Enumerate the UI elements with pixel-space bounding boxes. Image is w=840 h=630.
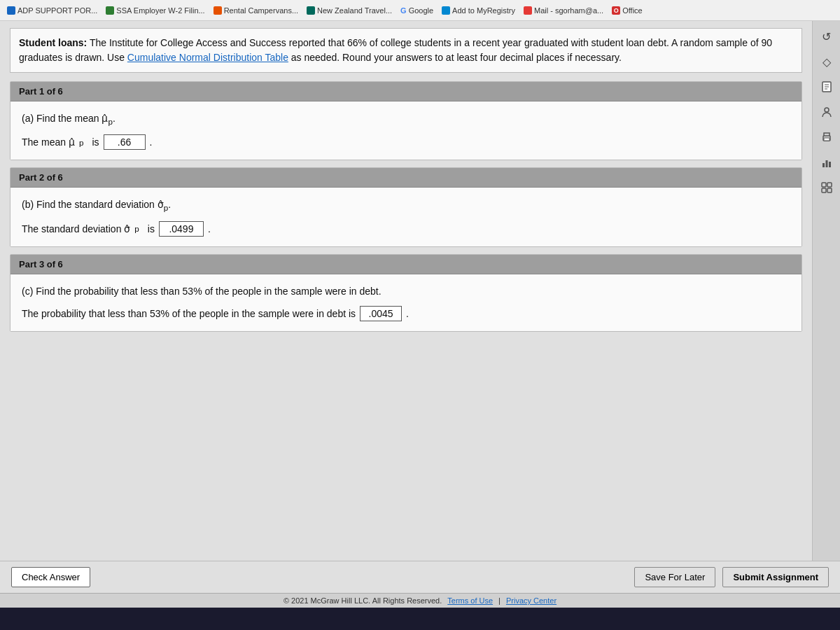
google-label: Google bbox=[409, 6, 433, 15]
svg-rect-7 bbox=[822, 163, 825, 167]
bookmark-google[interactable]: G Google bbox=[398, 5, 436, 16]
copyright-text: © 2021 McGraw Hill LLC. All Rights Reser… bbox=[284, 596, 442, 605]
nztravel-label: New Zealand Travel... bbox=[317, 6, 392, 15]
save-for-later-button[interactable]: Save For Later bbox=[634, 567, 715, 587]
svg-rect-11 bbox=[827, 183, 832, 187]
google-favicon: G bbox=[400, 6, 407, 15]
grid-icon[interactable] bbox=[817, 178, 836, 197]
part-2-question: (b) Find the standard deviation σ̂p. bbox=[22, 197, 790, 214]
bookmark-addregistry[interactable]: Add to MyRegistry bbox=[439, 5, 518, 16]
mail-label: Mail - sgorham@a... bbox=[534, 6, 603, 15]
part-2-card: Part 2 of 6 (b) Find the standard deviat… bbox=[10, 167, 802, 246]
terms-link[interactable]: Terms of Use bbox=[447, 596, 493, 605]
part-1-body: (a) Find the mean μ̂p. The mean μ̂p is . bbox=[10, 102, 802, 160]
page-inner: Student loans: The Institute for College… bbox=[0, 21, 840, 561]
privacy-link[interactable]: Privacy Center bbox=[506, 596, 556, 605]
part-1-question: (a) Find the mean μ̂p. bbox=[22, 111, 790, 127]
svg-rect-6 bbox=[824, 138, 830, 141]
svg-rect-9 bbox=[829, 162, 831, 167]
part-2-question-sub: p bbox=[164, 203, 168, 212]
part-2-answer-text: The standard deviation σ̂ bbox=[22, 223, 130, 234]
separator: | bbox=[498, 596, 500, 605]
page-scroll[interactable]: Student loans: The Institute for College… bbox=[0, 21, 812, 561]
svg-rect-12 bbox=[822, 188, 826, 192]
svg-rect-13 bbox=[827, 188, 832, 192]
part-3-answer-input[interactable] bbox=[360, 306, 402, 321]
check-answer-button[interactable]: Check Answer bbox=[11, 567, 90, 587]
part-2-answer-end: . bbox=[208, 223, 211, 234]
notebook-icon[interactable] bbox=[817, 77, 836, 97]
part-3-answer-text: The probability that less than 53% of th… bbox=[22, 308, 356, 319]
bookmark-mail[interactable]: Mail - sgorham@a... bbox=[521, 5, 606, 16]
chart-icon[interactable] bbox=[817, 153, 836, 172]
part-1-answer-sub: p bbox=[79, 138, 83, 147]
part-3-body: (c) Find the probability that less than … bbox=[10, 274, 802, 331]
browser-nav-bar: ADP SUPPORT POR... SSA Employer W-2 Fili… bbox=[0, 0, 840, 21]
rental-label: Rental Campervans... bbox=[224, 6, 298, 15]
footer-right: Save For Later Submit Assignment bbox=[634, 567, 829, 587]
problem-title: Student loans: bbox=[19, 37, 87, 48]
bookmark-adp[interactable]: ADP SUPPORT POR... bbox=[4, 5, 100, 16]
svg-rect-8 bbox=[825, 160, 827, 167]
person-icon[interactable] bbox=[817, 102, 836, 122]
problem-statement: Student loans: The Institute for College… bbox=[10, 28, 802, 73]
ssa-label: SSA Employer W-2 Filin... bbox=[116, 6, 204, 15]
footer-area: Check Answer Save For Later Submit Assig… bbox=[0, 561, 840, 593]
part-2-answer-mid: is bbox=[148, 223, 155, 234]
part-3-answer-line: The probability that less than 53% of th… bbox=[22, 306, 790, 321]
right-sidebar: ↺ ◇ bbox=[812, 21, 840, 561]
part-3-question: (c) Find the probability that less than … bbox=[22, 284, 790, 299]
part-2-answer-input[interactable] bbox=[159, 221, 204, 237]
cnd-link[interactable]: Cumulative Normal Distribution Table bbox=[127, 52, 288, 63]
bookmark-ssa[interactable]: SSA Employer W-2 Filin... bbox=[103, 5, 207, 16]
office-label: Office bbox=[622, 6, 643, 15]
part-1-answer-mid: is bbox=[92, 136, 99, 148]
svg-point-4 bbox=[825, 108, 829, 112]
part-2-answer-sub: p bbox=[134, 224, 139, 233]
submit-assignment-button[interactable]: Submit Assignment bbox=[722, 567, 829, 587]
adp-label: ADP SUPPORT POR... bbox=[18, 6, 97, 15]
ssa-favicon bbox=[106, 6, 114, 15]
print-icon[interactable] bbox=[817, 127, 836, 147]
office-favicon: O bbox=[612, 6, 620, 15]
part-3-card: Part 3 of 6 (c) Find the probability tha… bbox=[10, 254, 802, 332]
part-2-answer-line: The standard deviation σ̂p is . bbox=[22, 221, 790, 237]
bookmark-nztravel[interactable]: New Zealand Travel... bbox=[304, 5, 395, 16]
part-2-body: (b) Find the standard deviation σ̂p. The… bbox=[10, 188, 802, 246]
part-3-answer-end: . bbox=[406, 308, 409, 319]
part-1-answer-end: . bbox=[150, 136, 153, 148]
page-wrapper: Student loans: The Institute for College… bbox=[0, 21, 840, 608]
refresh-icon[interactable]: ↺ bbox=[817, 27, 836, 46]
registry-label: Add to MyRegistry bbox=[452, 6, 515, 15]
part-1-question-sub: p bbox=[108, 117, 112, 126]
part-2-header: Part 2 of 6 bbox=[10, 168, 802, 188]
registry-favicon bbox=[442, 6, 450, 15]
svg-rect-10 bbox=[822, 183, 826, 187]
part-1-card: Part 1 of 6 (a) Find the mean μ̂p. The m… bbox=[10, 81, 802, 160]
adp-favicon bbox=[7, 6, 15, 15]
bookmark-icon[interactable]: ◇ bbox=[817, 52, 836, 71]
part-1-answer-text: The mean μ̂ bbox=[22, 136, 75, 148]
part-1-header: Part 1 of 6 bbox=[10, 82, 802, 102]
rental-favicon bbox=[214, 6, 222, 15]
bookmark-office[interactable]: O Office bbox=[609, 5, 645, 16]
part-1-answer-input[interactable] bbox=[104, 134, 146, 150]
part-3-header: Part 3 of 6 bbox=[10, 255, 802, 274]
part-1-answer-line: The mean μ̂p is . bbox=[22, 134, 790, 150]
copyright-bar: © 2021 McGraw Hill LLC. All Rights Reser… bbox=[0, 593, 840, 608]
mail-favicon bbox=[524, 6, 532, 15]
bookmark-rental[interactable]: Rental Campervans... bbox=[211, 5, 301, 16]
nztravel-favicon bbox=[307, 6, 315, 15]
